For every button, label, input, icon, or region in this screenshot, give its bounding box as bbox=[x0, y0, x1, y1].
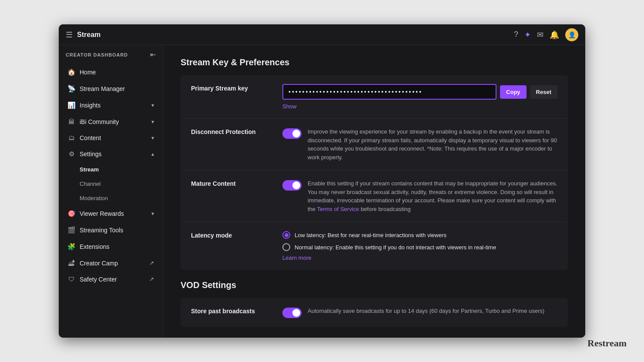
sidebar-item-home[interactable]: 🏠 Home bbox=[60, 64, 161, 80]
stream-key-content: Copy Reset Show bbox=[282, 84, 557, 110]
sidebar-item-stream-manager[interactable]: 📡 Stream Manager bbox=[60, 81, 161, 97]
mature-content-label: Mature Content bbox=[191, 179, 274, 187]
normal-latency-label: Normal latency: Enable this setting if y… bbox=[295, 244, 496, 251]
sidebar-item-creator-camp[interactable]: 🏕 Creator Camp ↗ bbox=[60, 255, 161, 271]
latency-mode-row: Latency mode Low latency: Best for near … bbox=[181, 222, 568, 270]
stream-key-card: Primary Stream key Copy Reset Show Disco… bbox=[181, 75, 568, 270]
sidebar: Creator Dashboard ⇤ 🏠 Home 📡 Stream Mana… bbox=[59, 45, 163, 338]
viewer-rewards-icon: 🎯 bbox=[67, 210, 75, 218]
sub-item-moderation-label: Moderation bbox=[80, 195, 108, 201]
extensions-icon: 🧩 bbox=[67, 243, 75, 251]
viewer-rewards-chevron-icon: ▾ bbox=[151, 211, 154, 217]
stream-manager-icon: 📡 bbox=[67, 85, 75, 93]
low-latency-label: Low latency: Best for near real-time int… bbox=[295, 232, 446, 238]
sidebar-item-viewer-rewards[interactable]: 🎯 Viewer Rewards ▾ bbox=[60, 206, 161, 221]
toggle-thumb bbox=[292, 130, 300, 137]
sidebar-label-safety-center: Safety Center bbox=[80, 276, 117, 283]
community-icon: 🏛 bbox=[67, 118, 75, 125]
terms-of-service-link[interactable]: Terms of Service bbox=[317, 206, 359, 212]
sidebar-item-settings[interactable]: ⚙ Settings ▴ bbox=[60, 146, 161, 162]
titlebar-left: ☰ Stream bbox=[66, 30, 514, 40]
latency-mode-label: Latency mode bbox=[191, 231, 274, 239]
creator-camp-external-icon: ↗ bbox=[149, 260, 154, 266]
sidebar-sub-item-moderation[interactable]: Moderation bbox=[60, 191, 161, 205]
vod-settings-title: VOD Settings bbox=[181, 280, 568, 290]
disconnect-protection-content: Improve the viewing experience for your … bbox=[282, 127, 557, 161]
safety-center-external-icon: ↗ bbox=[149, 276, 154, 282]
primary-stream-key-row: Primary Stream key Copy Reset Show bbox=[181, 75, 568, 119]
settings-chevron-icon: ▴ bbox=[151, 151, 154, 157]
restream-watermark: Restream bbox=[587, 338, 627, 349]
store-broadcasts-toggle-row: Automatically save broadcasts for up to … bbox=[282, 307, 557, 318]
sidebar-label-streaming-tools: Streaming Tools bbox=[80, 227, 123, 234]
creator-camp-icon: 🏕 bbox=[67, 259, 75, 267]
mature-content-description: Enable this setting if your stream conta… bbox=[308, 179, 557, 213]
sub-item-stream-label: Stream bbox=[80, 166, 99, 173]
sidebar-sub-item-stream[interactable]: Stream bbox=[60, 163, 161, 176]
window-title: Stream bbox=[77, 31, 101, 39]
user-avatar[interactable]: 👤 bbox=[565, 28, 578, 41]
sidebar-item-insights[interactable]: 📊 Insights ▾ bbox=[60, 97, 161, 113]
sidebar-header: Creator Dashboard ⇤ bbox=[59, 45, 163, 64]
latency-mode-content: Low latency: Best for near real-time int… bbox=[282, 231, 557, 261]
menu-icon[interactable]: ☰ bbox=[66, 30, 73, 40]
sidebar-item-extensions[interactable]: 🧩 Extensions bbox=[60, 239, 161, 255]
normal-latency-option[interactable]: Normal latency: Enable this setting if y… bbox=[282, 243, 557, 251]
sidebar-label-viewer-rewards: Viewer Rewards bbox=[80, 210, 124, 217]
disconnect-protection-toggle[interactable] bbox=[282, 128, 302, 139]
sidebar-label-home: Home bbox=[80, 69, 96, 76]
sidebar-item-content[interactable]: 🗂 Content ▾ bbox=[60, 130, 161, 145]
stream-key-input[interactable] bbox=[282, 84, 496, 100]
sidebar-label-settings: Settings bbox=[80, 151, 102, 158]
store-broadcasts-content: Automatically save broadcasts for up to … bbox=[282, 307, 557, 318]
copy-button[interactable]: Copy bbox=[500, 85, 527, 99]
learn-more-link[interactable]: Learn more bbox=[282, 255, 557, 261]
sidebar-label-creator-camp: Creator Camp bbox=[80, 260, 118, 267]
settings-icon: ⚙ bbox=[67, 150, 75, 158]
sidebar-label-content: Content bbox=[80, 134, 101, 141]
safety-center-icon: 🛡 bbox=[67, 275, 75, 283]
mature-content-row: Mature Content Enable this setting if yo… bbox=[181, 171, 568, 222]
mature-content-toggle[interactable] bbox=[282, 180, 302, 191]
low-latency-radio-outer bbox=[282, 231, 290, 239]
mature-toggle-row: Enable this setting if your stream conta… bbox=[282, 179, 557, 213]
body: Creator Dashboard ⇤ 🏠 Home 📡 Stream Mana… bbox=[59, 45, 585, 338]
store-broadcasts-row: Store past broadcasts Automatically save… bbox=[181, 298, 568, 327]
insights-chevron-icon: ▾ bbox=[151, 102, 154, 108]
reset-button[interactable]: Reset bbox=[530, 85, 557, 99]
titlebar: ☰ Stream ? ✦ ✉ 🔔 👤 bbox=[59, 24, 585, 45]
notification-icon[interactable]: 🔔 bbox=[550, 30, 559, 40]
premium-icon[interactable]: ✦ bbox=[524, 30, 531, 40]
collapse-sidebar-icon[interactable]: ⇤ bbox=[150, 50, 156, 59]
low-latency-radio-inner bbox=[285, 233, 288, 237]
disconnect-protection-label: Disconnect Protection bbox=[191, 127, 274, 135]
community-chevron-icon: ▾ bbox=[151, 119, 154, 125]
latency-radio-group: Low latency: Best for near real-time int… bbox=[282, 231, 557, 251]
store-broadcasts-description: Automatically save broadcasts for up to … bbox=[308, 307, 544, 315]
sidebar-item-safety-center[interactable]: 🛡 Safety Center ↗ bbox=[60, 272, 161, 287]
home-icon: 🏠 bbox=[67, 68, 75, 76]
sub-item-channel-label: Channel bbox=[80, 181, 101, 187]
sidebar-header-label: Creator Dashboard bbox=[66, 52, 128, 57]
vod-settings-card: Store past broadcasts Automatically save… bbox=[181, 298, 568, 327]
content-icon: 🗂 bbox=[67, 134, 75, 141]
disconnect-protection-row: Disconnect Protection Improve the viewin… bbox=[181, 119, 568, 171]
mail-icon[interactable]: ✉ bbox=[537, 30, 543, 40]
mature-toggle-thumb bbox=[292, 181, 300, 189]
help-icon[interactable]: ? bbox=[514, 30, 518, 39]
store-broadcasts-toggle[interactable] bbox=[282, 308, 302, 318]
store-broadcasts-label: Store past broadcasts bbox=[191, 307, 274, 315]
store-broadcasts-thumb bbox=[292, 309, 300, 317]
sidebar-item-streaming-tools[interactable]: 🎬 Streaming Tools bbox=[60, 222, 161, 238]
insights-icon: 📊 bbox=[67, 101, 75, 109]
page-title: Stream Key & Preferences bbox=[181, 57, 568, 67]
low-latency-option[interactable]: Low latency: Best for near real-time int… bbox=[282, 231, 557, 239]
sidebar-label-extensions: Extensions bbox=[80, 243, 109, 250]
stream-key-label: Primary Stream key bbox=[191, 84, 274, 92]
show-link[interactable]: Show bbox=[282, 103, 557, 110]
sidebar-sub-item-channel[interactable]: Channel bbox=[60, 177, 161, 191]
sidebar-item-community[interactable]: 🏛 iBi Community ▾ bbox=[60, 114, 161, 129]
sidebar-label-insights: Insights bbox=[80, 102, 101, 109]
sidebar-label-stream-manager: Stream Manager bbox=[80, 85, 125, 92]
mature-content-content: Enable this setting if your stream conta… bbox=[282, 179, 557, 213]
